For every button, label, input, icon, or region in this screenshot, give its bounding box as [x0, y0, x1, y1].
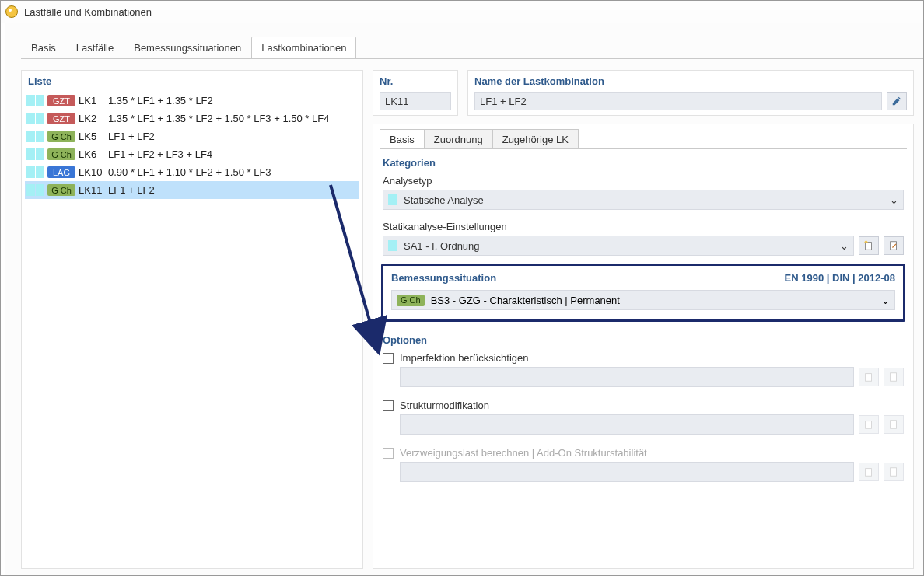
list-item[interactable]: G ChLK5LF1 + LF2 — [25, 127, 359, 145]
verzweigung-label: Verzweigungslast berechnen | Add-On Stru… — [400, 447, 647, 459]
color-swatch-icon — [26, 131, 44, 142]
kategorien-title: Kategorien — [383, 157, 904, 169]
analysetyp-label: Analysetyp — [383, 175, 904, 187]
color-swatch-icon — [26, 166, 44, 178]
verzweigung-checkbox — [383, 448, 394, 459]
list-item[interactable]: GZTLK11.35 * LF1 + 1.35 * LF2 — [25, 92, 359, 110]
tab-bemessungssituationen[interactable]: Bemessungssituationen — [124, 37, 251, 59]
new-doc-icon — [863, 372, 874, 382]
verzweigung-new-button — [859, 463, 879, 481]
color-swatch-icon — [26, 148, 44, 160]
design-badge: G Ch — [47, 148, 75, 160]
optionen-title: Optionen — [383, 334, 904, 346]
design-badge: G Ch — [47, 184, 75, 196]
design-title: Bemessungssituation — [391, 272, 496, 284]
lk-id: LK6 — [79, 148, 105, 160]
pencil-icon — [891, 96, 902, 106]
design-badge: G Ch — [47, 131, 75, 142]
design-badge: LAG — [47, 166, 75, 178]
strukturmod-new-button — [859, 415, 879, 434]
nr-label: Nr. — [380, 75, 451, 87]
list-item[interactable]: LAGLK100.90 * LF1 + 1.10 * LF2 + 1.50 * … — [25, 163, 359, 181]
analysetyp-value: Statische Analyse — [404, 194, 884, 206]
main-tabs: Basis Lastfälle Bemessungssituationen La… — [5, 37, 923, 59]
edit-doc-icon — [888, 372, 899, 382]
tab-lastfaelle[interactable]: Lastfälle — [66, 37, 124, 59]
analysetyp-combo[interactable]: Statische Analyse ⌄ — [383, 190, 904, 210]
nr-value[interactable]: LK11 — [380, 92, 451, 110]
new-doc-icon — [863, 419, 874, 430]
lk-name: 1.35 * LF1 + 1.35 * LF2 + 1.50 * LF3 + 1… — [108, 113, 329, 124]
subtab-basis[interactable]: Basis — [380, 129, 425, 149]
window-title: Lastfälle und Kombinationen — [24, 6, 152, 18]
statik-value: SA1 - I. Ordnung — [404, 240, 834, 252]
name-label: Name der Lastkombination — [474, 75, 907, 87]
design-badge: GZT — [47, 95, 75, 106]
new-doc-icon — [863, 240, 874, 251]
imperfektion-label: Imperfektion berücksichtigen — [400, 352, 528, 364]
strukturmod-combo[interactable] — [400, 414, 854, 435]
edit-doc-icon — [888, 419, 899, 430]
strukturmod-checkbox[interactable] — [383, 400, 394, 411]
subtab-zugehoerige[interactable]: Zugehörige LK — [492, 129, 579, 149]
tab-basis[interactable]: Basis — [21, 37, 66, 59]
statik-edit-button[interactable] — [884, 236, 904, 255]
imperfektion-combo[interactable] — [400, 367, 854, 387]
svg-rect-0 — [866, 243, 872, 250]
list-item[interactable]: GZTLK21.35 * LF1 + 1.35 * LF2 + 1.50 * L… — [25, 110, 359, 127]
statik-combo[interactable]: SA1 - I. Ordnung ⌄ — [383, 236, 854, 256]
imperfektion-edit-button — [884, 368, 904, 386]
lk-id: LK11 — [79, 184, 105, 196]
design-badge: GZT — [47, 113, 75, 124]
new-doc-icon — [863, 466, 874, 477]
lk-name: 1.35 * LF1 + 1.35 * LF2 — [108, 95, 213, 106]
imperfektion-new-button — [859, 368, 879, 386]
lk-name: LF1 + LF2 — [108, 184, 155, 196]
list-item[interactable]: G ChLK11LF1 + LF2 — [25, 181, 359, 199]
chevron-down-icon: ⌄ — [890, 194, 898, 206]
svg-rect-6 — [866, 469, 872, 477]
color-swatch-icon — [388, 194, 397, 205]
list-item[interactable]: G ChLK6LF1 + LF2 + LF3 + LF4 — [25, 145, 359, 163]
lk-id: LK5 — [79, 131, 105, 142]
edit-doc-icon — [888, 240, 899, 251]
app-icon — [5, 5, 18, 18]
tab-lastkombinationen[interactable]: Lastkombinationen — [251, 37, 356, 59]
color-swatch-icon — [26, 95, 44, 106]
statik-new-button[interactable] — [859, 236, 879, 255]
edit-doc-icon — [888, 466, 899, 477]
design-badge: G Ch — [397, 295, 425, 306]
liste-title: Liste — [22, 71, 362, 92]
lk-name: LF1 + LF2 — [108, 131, 155, 142]
strukturmod-edit-button — [884, 415, 904, 434]
lk-id: LK2 — [79, 113, 105, 124]
svg-rect-3 — [891, 373, 897, 382]
design-norm: EN 1990 | DIN | 2012-08 — [785, 272, 895, 284]
rename-button[interactable] — [887, 92, 907, 110]
lk-id: LK1 — [79, 95, 105, 106]
chevron-down-icon: ⌄ — [840, 240, 849, 252]
chevron-down-icon: ⌄ — [881, 295, 890, 306]
statik-label: Statikanalyse-Einstellungen — [383, 221, 904, 232]
svg-rect-5 — [891, 421, 897, 429]
strukturmod-label: Strukturmodifikation — [400, 400, 489, 411]
subtab-zuordnung[interactable]: Zuordnung — [424, 129, 493, 149]
color-swatch-icon — [26, 184, 44, 196]
verzweigung-edit-button — [884, 463, 904, 481]
lk-name: LF1 + LF2 + LF3 + LF4 — [108, 148, 212, 160]
svg-rect-7 — [891, 468, 897, 477]
svg-rect-1 — [891, 242, 897, 250]
svg-rect-2 — [866, 374, 872, 382]
lk-name: 0.90 * LF1 + 1.10 * LF2 + 1.50 * LF3 — [108, 166, 271, 178]
color-swatch-icon — [26, 113, 44, 124]
design-combo[interactable]: G Ch BS3 - GZG - Charakteristisch | Perm… — [391, 290, 895, 310]
color-swatch-icon — [388, 240, 397, 251]
svg-rect-4 — [866, 421, 872, 429]
name-value[interactable]: LF1 + LF2 — [474, 92, 882, 110]
combo-list: GZTLK11.35 * LF1 + 1.35 * LF2GZTLK21.35 … — [22, 92, 362, 568]
imperfektion-checkbox[interactable] — [383, 353, 394, 364]
verzweigung-combo — [400, 462, 854, 482]
lk-id: LK10 — [79, 166, 105, 178]
design-value: BS3 - GZG - Charakteristisch | Permanent — [431, 295, 875, 306]
